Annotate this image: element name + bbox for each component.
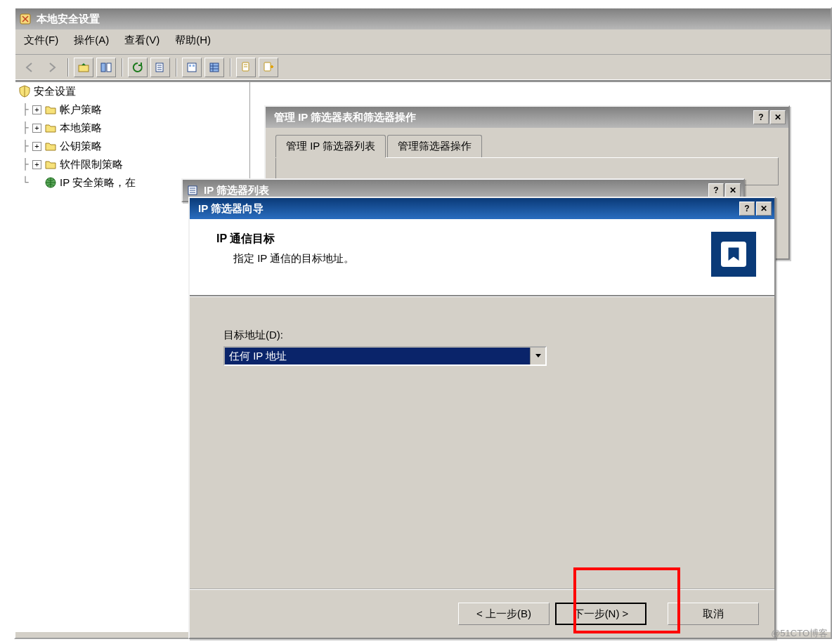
assign-policy-icon[interactable]: [236, 58, 256, 77]
folder-icon: [44, 121, 57, 134]
shield-icon: [18, 85, 31, 98]
menu-file[interactable]: 文件(F): [24, 34, 58, 47]
menu-help[interactable]: 帮助(H): [175, 34, 211, 47]
svg-rect-8: [210, 63, 219, 72]
ipsec-icon: [44, 176, 57, 189]
menu-view[interactable]: 查看(V): [124, 34, 160, 47]
back-button[interactable]: < 上一步(B): [458, 603, 550, 625]
dest-address-dropdown[interactable]: 任何 IP 地址: [223, 346, 547, 366]
wizard-banner-icon: [711, 232, 756, 277]
window-title: 本地安全设置: [37, 13, 828, 26]
expand-icon[interactable]: +: [32, 142, 41, 151]
tree-item-label: 软件限制策略: [60, 158, 123, 171]
svg-rect-5: [188, 63, 196, 72]
wizard-subheading: 指定 IP 通信的目标地址。: [216, 252, 711, 265]
expand-icon[interactable]: +: [32, 105, 41, 114]
tree-item-label: 本地策略: [60, 121, 102, 135]
folder-icon: [44, 158, 57, 171]
dialog-title: 管理 IP 筛选器表和筛选器操作: [268, 111, 753, 124]
window-titlebar[interactable]: 本地安全设置: [15, 8, 831, 29]
tree-item-label: 帐户策略: [60, 103, 102, 117]
details-view-icon[interactable]: [204, 58, 224, 77]
nav-forward-icon: [42, 58, 62, 77]
tree-item[interactable]: ├+ 本地策略: [15, 119, 249, 137]
folder-icon: [44, 140, 57, 152]
wizard-header: IP 通信目标 指定 IP 通信的目标地址。: [190, 219, 774, 296]
wizard-footer: < 上一步(B) 下一步(N) > 取消: [190, 589, 774, 638]
tab-filter-lists[interactable]: 管理 IP 筛选器列表: [275, 135, 386, 157]
svg-rect-2: [101, 63, 105, 72]
tree-item[interactable]: ├+ 软件限制策略: [15, 155, 249, 173]
up-folder-icon[interactable]: [74, 58, 93, 77]
toolbar: [15, 55, 831, 81]
cancel-button[interactable]: 取消: [668, 603, 759, 625]
dialog-titlebar[interactable]: 管理 IP 筛选器表和筛选器操作 ? ✕: [266, 107, 788, 128]
help-button[interactable]: ?: [753, 110, 769, 124]
tree-item[interactable]: ├+ 公钥策略: [15, 137, 249, 155]
list-icon: [186, 183, 200, 197]
nav-back-icon: [20, 58, 39, 77]
dialog-title: IP 筛选器向导: [193, 202, 739, 216]
close-button[interactable]: ✕: [756, 202, 772, 216]
dialog-ip-filter-wizard: IP 筛选器向导 ? ✕ IP 通信目标 指定 IP 通信的目标地址。 目标地址…: [188, 197, 776, 639]
dest-address-label: 目标地址(D):: [223, 329, 741, 342]
dest-address-value: 任何 IP 地址: [225, 348, 530, 364]
folder-icon: [44, 103, 57, 116]
menu-action[interactable]: 操作(A): [74, 34, 109, 47]
expand-icon[interactable]: +: [32, 160, 41, 169]
wizard-heading: IP 通信目标: [216, 232, 711, 247]
tree-item-label: 公钥策略: [60, 140, 102, 153]
help-button[interactable]: ?: [739, 202, 755, 216]
watermark: @51CTO博客: [771, 627, 828, 640]
app-icon: [18, 12, 32, 26]
dialog-titlebar[interactable]: IP 筛选器向导 ? ✕: [190, 198, 774, 219]
tree-root-label: 安全设置: [34, 85, 76, 98]
tab-strip: 管理 IP 筛选器列表 管理筛选器操作: [266, 128, 788, 157]
help-button[interactable]: ?: [708, 183, 724, 197]
expand-icon[interactable]: +: [32, 124, 41, 133]
tree-root[interactable]: 安全设置: [15, 82, 249, 100]
menu-bar: 文件(F) 操作(A) 查看(V) 帮助(H): [15, 29, 831, 55]
refresh-icon[interactable]: [128, 58, 148, 77]
svg-rect-1: [79, 65, 89, 72]
wizard-body: 目标地址(D): 任何 IP 地址: [190, 296, 774, 386]
dropdown-arrow-icon[interactable]: [530, 348, 545, 364]
properties-icon[interactable]: [182, 58, 202, 77]
close-button[interactable]: ✕: [770, 110, 786, 124]
svg-rect-7: [193, 65, 195, 67]
svg-rect-10: [264, 63, 271, 71]
tab-filter-actions[interactable]: 管理筛选器操作: [387, 135, 482, 157]
svg-rect-6: [189, 65, 191, 67]
svg-rect-3: [107, 63, 111, 72]
close-button[interactable]: ✕: [725, 183, 741, 197]
new-policy-icon[interactable]: [259, 58, 278, 77]
next-button[interactable]: 下一步(N) >: [555, 603, 646, 625]
dialog-title: IP 筛选器列表: [204, 184, 708, 197]
tree-item-label: IP 安全策略，在: [60, 176, 136, 190]
tree-item[interactable]: ├+ 帐户策略: [15, 100, 249, 119]
export-list-icon[interactable]: [150, 58, 170, 77]
show-hide-tree-icon[interactable]: [96, 58, 116, 77]
